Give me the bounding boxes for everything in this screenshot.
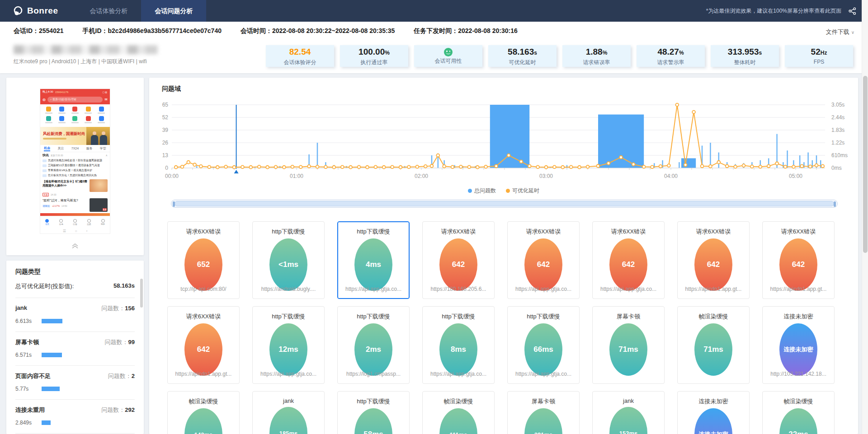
phone-app-icon-5[interactable] [42,116,55,123]
delay-point [528,164,531,168]
y-right-tick: 3.05s [831,102,844,108]
kpi-card-0[interactable]: 82.54会话体验评分 [266,45,334,67]
issue-card-13[interactable]: 屏幕卡顿71ms [592,306,665,384]
issue-card-3[interactable]: 请求6XX错误642https://180.168.205.6... [422,221,495,299]
phone-app-icon-2[interactable] [68,107,81,114]
issue-card-title: 请求6XX错误 [168,228,239,236]
phone-tab-1[interactable]: 关注 [57,146,64,151]
kpi-card-5[interactable]: 48.27%请求警示率 [637,45,705,67]
issue-card-9[interactable]: http下载缓慢12mshttps://api.app.gtja.co... [252,306,325,384]
phone-nav-0[interactable]: 首页 [40,216,54,228]
phone-app-icon-3[interactable] [82,107,95,114]
issue-card-title: jank [253,397,324,404]
delay-point [484,165,487,168]
issue-card-19[interactable]: 帧渲染缓慢111ms [422,391,495,434]
datazoom-handle-right[interactable] [834,201,836,207]
delay-point [750,165,754,168]
issue-card-15[interactable]: 连接未加密连接未加密http://103.221.142.18... [762,306,835,384]
problem-domain-chart[interactable]: 00ms13610ms261.22s391.83s522.44s653.05s0… [158,100,850,182]
phone-tab-2[interactable]: 7X24 [71,147,79,150]
phone-nav-1[interactable]: 自选 [54,216,68,228]
phone-headline-0[interactable]: 先进封装概念持续走强！部分资金撤离新能源 [40,158,110,163]
problem-type-item-2[interactable]: 页面内容不足问题数：25.77s [15,366,135,400]
issue-bubble: 71ms [609,323,647,376]
android-key-1[interactable]: ○ [75,229,77,233]
x-tick-label: 04:00 [664,173,678,179]
tab-session-problem[interactable]: 会话问题分析 [141,0,206,22]
issue-card-url: https://android.bugly.... [256,286,321,292]
phone-app-icon-4[interactable] [95,107,108,114]
issue-card-14[interactable]: 帧渲染缓慢71ms [677,306,750,384]
phone-headline-2[interactable]: 苹果将推出VR头显！相关概念股出炉 [40,168,110,173]
issue-card-title: 请求6XX错误 [763,228,834,236]
issue-bubble: 652 [184,238,222,291]
phone-screenshot-preview[interactable]: 晚上8:30 159641176 ▢▥ ◍ ⌕ 股票/功能/资讯/理财 ✉ 风起… [40,89,110,234]
phone-tab-0[interactable]: 机会 [44,146,50,151]
android-key-2[interactable]: ‹ [86,229,88,233]
datazoom-slider[interactable] [171,200,838,208]
datazoom-selection[interactable] [175,201,834,206]
phone-headline-1[interactable]: 三翔新材13天股价翻倍！通用设备景气高涨 [40,163,110,168]
issue-card-4[interactable]: 请求6XX错误642https://api.app.gtja.co... [507,221,580,299]
phone-tab-4[interactable]: 学堂 [100,146,106,151]
share-icon[interactable] [849,7,856,15]
legend-item-0[interactable]: 总问题数 [468,187,496,195]
page-scrollbar-thumb[interactable] [863,76,868,253]
issue-card-11[interactable]: http下载缓慢8mshttps://api.app.gtja.co... [422,306,495,384]
problem-type-item-1[interactable]: 屏幕卡顿问题数：996.571s [15,332,135,366]
delay-point [382,166,386,169]
delay-point [642,165,646,168]
phone-android-keys: ☰○‹ [40,228,110,234]
issue-card-2[interactable]: http下载缓慢4mshttps://api.app.gtja.co... [337,221,410,299]
problem-type-item-3[interactable]: 连接未重用问题数：2922.849s [15,400,135,434]
datazoom-handle-left[interactable] [173,201,175,207]
issue-card-20[interactable]: 屏幕卡顿291ms [507,391,580,434]
app-icon [59,116,64,121]
issue-card-12[interactable]: http下载缓慢66mshttps://api.app.gtja.co... [507,306,580,384]
kpi-card-6[interactable]: 313.953s整体耗时 [711,45,779,67]
phone-app-icon-6[interactable] [55,116,68,123]
phone-app-icon-8[interactable] [82,116,95,123]
delay-point [784,165,787,168]
issue-card-title: 屏幕卡顿 [593,313,664,321]
collapse-screenshot-button[interactable] [71,243,80,251]
issue-card-7[interactable]: 请求6XX错误642https://apicdn1.app.gt... [762,221,835,299]
phone-headline-3[interactable]: 芯片板块大分化！先进封装概念依旧火热 [40,173,110,178]
phone-nav-3[interactable]: 交易 [82,216,96,228]
tab-session-experience[interactable]: 会话体验分析 [76,0,141,22]
kpi-card-3[interactable]: 58.163s可优化延时 [488,45,557,67]
phone-app-icon-9[interactable] [95,116,108,123]
issue-card-1[interactable]: http下载缓慢<1mshttps://android.bugly.... [252,221,325,299]
file-download-button[interactable]: 文件下载∨ [826,28,854,36]
panel-scrollbar[interactable] [140,279,143,308]
issue-card-8[interactable]: 请求6XX错误642https://apicdn1.app.gt... [167,306,240,384]
phone-nav-4[interactable]: 我的 [96,216,110,228]
kpi-card-4[interactable]: 1.88%请求错误率 [562,45,631,67]
phone-app-icon-0[interactable] [42,107,55,114]
page-scrollbar[interactable] [862,0,868,434]
legend-item-1[interactable]: 可优化延时 [506,187,539,195]
android-key-0[interactable]: ☰ [63,229,66,233]
phone-tab-3[interactable]: 服务 [86,146,93,151]
issue-card-17[interactable]: jank185ms [252,391,325,434]
bonree-logo[interactable]: Bonree [0,5,76,16]
issue-card-21[interactable]: jank153ms [592,391,665,434]
phone-app-icon-1[interactable] [55,107,68,114]
phone-app-icon-7[interactable] [68,116,81,123]
issue-card-22[interactable]: 连接未加密连接未加密 [677,391,750,434]
nav-icon [87,219,91,223]
phone-nav-2[interactable]: 行情 [68,216,82,228]
issue-card-6[interactable]: 请求6XX错误642https://apicdn1.app.gt... [677,221,750,299]
kpi-label: 执行通过率 [340,59,408,66]
problem-type-item-0[interactable]: jank问题数：1566.613s [15,298,135,332]
kpi-card-7[interactable]: 52HzFPS [785,45,853,67]
issue-card-18[interactable]: http下载缓慢58ms [337,391,410,434]
issue-card-0[interactable]: 请求6XX错误652tcp://ip-api.com:80/ [167,221,240,299]
issue-card-23[interactable]: 帧渲染缓慢22ms [762,391,835,434]
kpi-card-2[interactable]: 会话可用性 [414,45,482,67]
kpi-card-1[interactable]: 100.00%执行通过率 [340,45,408,67]
issue-card-5[interactable]: 请求6XX错误642https://api.app.gtja.co... [592,221,665,299]
issue-card-16[interactable]: 帧渲染缓慢143ms [167,391,240,434]
phone-icon-grid [40,104,110,127]
issue-card-10[interactable]: http下载缓慢2mshttps://log1.cmpassp... [337,306,410,384]
